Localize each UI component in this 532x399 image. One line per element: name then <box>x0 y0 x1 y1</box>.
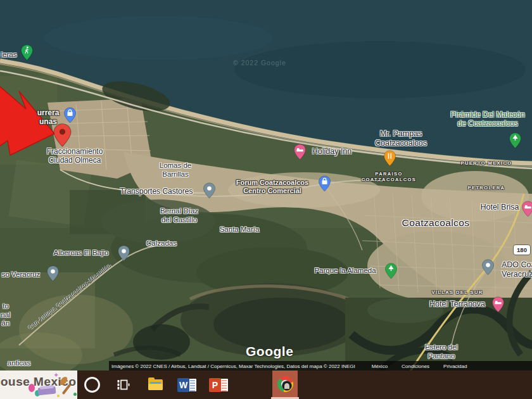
mr-pampas-restaurant-pin[interactable] <box>383 150 396 169</box>
albercas-pin[interactable] <box>117 245 130 264</box>
map[interactable]: lerasurreraunasFraccionamientoCiudad Olm… <box>0 0 532 371</box>
confetti-green-icon <box>73 393 77 396</box>
piramide-park-pin[interactable] <box>509 132 522 151</box>
google-logo: Google <box>246 344 293 359</box>
chrome-icon <box>277 376 293 392</box>
transportes-pin[interactable] <box>203 182 216 201</box>
cortana-search-button[interactable] <box>79 370 104 399</box>
taskbar-window-preview[interactable]: ouse Mexico ✦ <box>0 370 77 399</box>
task-view-icon <box>117 379 130 390</box>
file-explorer-folder-icon <box>148 379 163 390</box>
word-button[interactable]: W <box>174 370 200 399</box>
holiday-inn-hotel-pin[interactable] <box>293 144 307 163</box>
route-180-shield: 180 <box>513 244 531 255</box>
forum-shopping-pin[interactable] <box>318 175 331 194</box>
sparkle-graphic-icon: ✦ <box>53 371 59 379</box>
confetti-yellow-icon <box>57 395 60 397</box>
attribution-link-condiciones[interactable]: Condiciones <box>402 364 429 369</box>
terranova-hotel-pin[interactable] <box>491 296 505 315</box>
balloon-pink-graphic-icon <box>28 384 35 392</box>
hotel-brisa-hotel-pin[interactable] <box>521 201 532 220</box>
attribution-imagery-text: Imágenes © 2022 CNES / Airbus, Landsat /… <box>111 364 355 369</box>
powerpoint-icon: P <box>209 378 228 392</box>
trail-pin[interactable] <box>20 44 34 63</box>
file-explorer-button[interactable] <box>142 370 168 399</box>
chrome-profile-badge <box>282 381 292 391</box>
map-copyright-watermark: © 2022 Google <box>233 59 286 66</box>
alameda-park-pin[interactable] <box>384 263 398 282</box>
attribution-link-mexico[interactable]: México <box>372 364 388 369</box>
windows-taskbar: ouse Mexico ✦ <box>0 370 532 399</box>
screenshot-root: lerasurreraunasFraccionamientoCiudad Olm… <box>0 0 532 399</box>
satellite-imagery <box>0 0 532 371</box>
destination-red-pin[interactable] <box>53 123 72 150</box>
map-attribution-bar: Imágenes © 2022 CNES / Airbus, Landsat /… <box>109 361 532 371</box>
task-view-button[interactable] <box>111 370 136 399</box>
cortana-circle-icon <box>84 377 100 393</box>
attribution-link-privacidad[interactable]: Privacidad <box>443 364 467 369</box>
chrome-button[interactable] <box>272 370 298 397</box>
ado-pin[interactable] <box>481 259 495 278</box>
so-veracruz-pin[interactable] <box>46 265 60 284</box>
word-icon: W <box>177 378 196 392</box>
powerpoint-button[interactable]: P <box>206 370 231 399</box>
